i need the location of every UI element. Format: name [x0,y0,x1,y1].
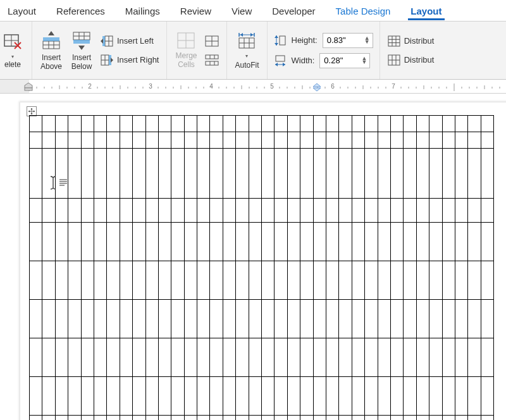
table-cell[interactable] [404,338,416,377]
table-cell[interactable] [158,416,171,421]
table-cell[interactable] [287,338,300,377]
table-cell[interactable] [404,199,416,223]
table-cell[interactable] [107,300,120,338]
table-cell[interactable] [94,416,106,421]
table-cell[interactable] [404,300,416,338]
table-cell[interactable] [378,199,390,223]
table-cell[interactable] [326,416,338,421]
table-cell[interactable] [313,149,326,199]
table-cell[interactable] [158,223,171,261]
table-cell[interactable] [378,116,390,132]
table-cell[interactable] [455,261,467,300]
table-cell[interactable] [133,223,145,261]
table-cell[interactable] [81,116,94,132]
table-cell[interactable] [55,261,68,300]
table-cell[interactable] [223,132,235,149]
table-cell[interactable] [339,223,352,261]
table-cell[interactable] [481,338,493,377]
table-cell[interactable] [429,338,442,377]
table-cell[interactable] [455,149,467,199]
table-cell[interactable] [249,223,261,261]
table-cell[interactable] [107,377,120,416]
table-cell[interactable] [171,116,184,132]
table-cell[interactable] [378,132,390,149]
table-cell[interactable] [326,116,338,132]
table-cell[interactable] [390,261,403,300]
table-cell[interactable] [300,199,313,223]
table-cell[interactable] [287,116,300,132]
table-cell[interactable] [120,377,132,416]
table-cell[interactable] [481,116,493,132]
table-cell[interactable] [184,199,197,223]
table-cell[interactable] [262,116,275,132]
table-cell[interactable] [94,338,106,377]
table-cell[interactable] [158,261,171,300]
table-cell[interactable] [197,377,210,416]
table-cell[interactable] [416,416,429,421]
table-cell[interactable] [133,261,145,300]
table-cell[interactable] [287,223,300,261]
table-cell[interactable] [404,223,416,261]
table-cell[interactable] [30,132,42,149]
table-cell[interactable] [171,149,184,199]
table-cell[interactable] [158,199,171,223]
table-cell[interactable] [339,416,352,421]
tab-review[interactable]: Review [178,2,214,19]
table-cell[interactable] [378,149,390,199]
delete-button[interactable]: ▾ elete [0,30,25,70]
table-cell[interactable] [55,223,68,261]
table-cell[interactable] [442,223,455,261]
table-cell[interactable] [249,377,261,416]
table-cell[interactable] [184,416,197,421]
table-cell[interactable] [455,132,467,149]
table-cell[interactable] [223,149,235,199]
table-cell[interactable] [197,338,210,377]
table-cell[interactable] [390,338,403,377]
table-cell[interactable] [287,416,300,421]
table-cell[interactable] [120,223,132,261]
table-cell[interactable] [481,261,493,300]
table-cell[interactable] [262,300,275,338]
table-cell[interactable] [468,116,481,132]
table-cell[interactable] [313,199,326,223]
table-cell[interactable] [339,149,352,199]
table-cell[interactable] [404,261,416,300]
table-cell[interactable] [68,261,81,300]
table-cell[interactable] [275,416,287,421]
table-cell[interactable] [300,300,313,338]
table-cell[interactable] [210,223,223,261]
table-cell[interactable] [455,199,467,223]
width-value[interactable] [324,56,353,65]
distribute-rows-button[interactable]: Distribut [386,34,436,48]
table-cell[interactable] [236,338,249,377]
table-cell[interactable] [42,149,55,199]
table-cell[interactable] [365,132,378,149]
table-cell[interactable] [197,199,210,223]
table-cell[interactable] [390,199,403,223]
table-cell[interactable] [107,149,120,199]
table-cell[interactable] [249,149,261,199]
table-cell[interactable] [262,261,275,300]
table-cell[interactable] [442,338,455,377]
table-cell[interactable] [365,149,378,199]
table-cell[interactable] [158,149,171,199]
table-cell[interactable] [378,261,390,300]
table-cell[interactable] [30,261,42,300]
table-cell[interactable] [455,416,467,421]
table-cell[interactable] [42,416,55,421]
table-cell[interactable] [42,199,55,223]
table-cell[interactable] [210,416,223,421]
table-cell[interactable] [68,416,81,421]
table-cell[interactable] [313,223,326,261]
table-cell[interactable] [300,416,313,421]
table-cell[interactable] [68,116,81,132]
table-cell[interactable] [390,116,403,132]
table-cell[interactable] [107,223,120,261]
table-cell[interactable] [42,338,55,377]
table-cell[interactable] [275,149,287,199]
table-cell[interactable] [326,300,338,338]
height-input[interactable]: ▲▼ [323,33,373,48]
table-cell[interactable] [352,223,364,261]
table-cell[interactable] [262,149,275,199]
table-cell[interactable] [249,116,261,132]
